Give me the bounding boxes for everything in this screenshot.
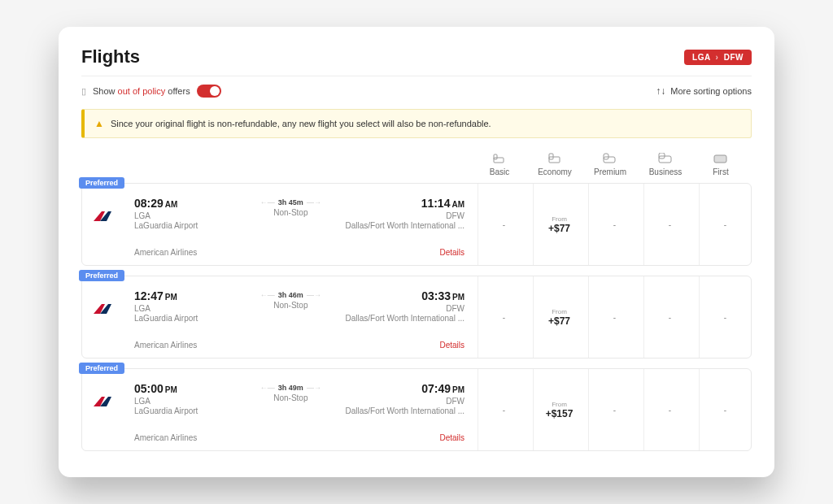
header: Flights LGA › DFW — [81, 46, 752, 76]
filter-icon: ▯ — [81, 86, 86, 97]
price-premium[interactable]: - — [588, 369, 640, 450]
alert-message: Since your original flight is non-refund… — [111, 119, 491, 128]
flight-middle: ←—3h 46m—→ Non-Stop — [247, 291, 334, 310]
svg-rect-1 — [494, 154, 497, 159]
details-link[interactable]: Details — [343, 433, 464, 442]
flight-info: 12:47PM LGA LaGuardia Airport ←—3h 46m—→… — [82, 276, 474, 358]
route-to: DFW — [724, 53, 744, 62]
fare-col-economy: Economy — [529, 153, 581, 176]
flight-card[interactable]: Preferred 05:00PM LGA LaGuardia Airport … — [81, 368, 752, 451]
svg-rect-6 — [659, 156, 671, 163]
departure-airport: LaGuardia Airport — [134, 314, 238, 323]
page-title: Flights — [81, 46, 140, 67]
airline-name: American Airlines — [134, 433, 238, 442]
departure-code: LGA — [134, 397, 238, 406]
departure-time: 08:29AM — [134, 197, 238, 210]
fare-col-basic: Basic — [473, 153, 526, 176]
details-link[interactable]: Details — [343, 248, 464, 257]
route-badge: LGA › DFW — [684, 50, 752, 65]
arrival-code: DFW — [343, 397, 464, 406]
controls-row: ▯ Show out of policy offers ↑↓ More sort… — [81, 76, 752, 109]
arrival-code: DFW — [343, 211, 464, 220]
price-first[interactable]: - — [699, 369, 751, 450]
sort-button[interactable]: ↑↓ More sorting options — [656, 85, 752, 97]
fare-col-premium: Premium — [584, 153, 636, 176]
price-premium[interactable]: - — [588, 184, 640, 265]
fare-col-business: Business — [639, 153, 691, 176]
seat-economy-icon — [547, 153, 562, 164]
flights-list: Preferred 08:29AM LGA LaGuardia Airport … — [81, 183, 752, 451]
details-link[interactable]: Details — [343, 341, 464, 350]
flight-card[interactable]: Preferred 08:29AM LGA LaGuardia Airport … — [81, 183, 752, 266]
price-first[interactable]: - — [699, 276, 751, 358]
departure-time: 12:47PM — [134, 289, 238, 302]
seat-business-icon — [658, 153, 673, 164]
arrival-time: 11:14AM — [343, 197, 464, 210]
price-economy[interactable]: From +$77 — [533, 276, 585, 358]
flight-info: 08:29AM LGA LaGuardia Airport ←—3h 45m—→… — [82, 184, 474, 265]
svg-rect-0 — [494, 158, 504, 163]
toggle-label: Show out of policy offers — [93, 86, 190, 96]
sort-label: More sorting options — [670, 86, 752, 96]
price-basic[interactable]: - — [478, 369, 530, 450]
arrival-segment: 07:49PM DFW Dallas/Fort Worth Internatio… — [343, 382, 464, 415]
departure-airport: LaGuardia Airport — [134, 221, 238, 230]
departure-time: 05:00PM — [134, 382, 238, 395]
departure-segment: 08:29AM LGA LaGuardia Airport — [134, 197, 238, 230]
flight-middle: ←—3h 49m—→ Non-Stop — [247, 384, 334, 402]
stops: Non-Stop — [247, 208, 334, 217]
warning-icon: ▲ — [94, 118, 104, 129]
seat-first-icon — [713, 153, 728, 164]
duration: 3h 45m — [278, 198, 303, 206]
airline-name: American Airlines — [134, 248, 238, 257]
price-business[interactable]: - — [643, 276, 696, 358]
price-business[interactable]: - — [643, 184, 696, 265]
arrival-airport: Dallas/Fort Worth International ... — [343, 221, 464, 230]
flight-info: 05:00PM LGA LaGuardia Airport ←—3h 49m—→… — [82, 369, 474, 450]
departure-segment: 12:47PM LGA LaGuardia Airport — [134, 289, 238, 323]
duration: 3h 46m — [278, 291, 303, 299]
duration: 3h 49m — [278, 384, 303, 392]
preferred-badge: Preferred — [79, 363, 124, 374]
seat-basic-icon — [492, 153, 507, 164]
flight-card[interactable]: Preferred 12:47PM LGA LaGuardia Airport … — [81, 276, 752, 358]
arrival-time: 03:33PM — [343, 289, 464, 302]
preferred-badge: Preferred — [79, 177, 124, 189]
price-premium[interactable]: - — [588, 276, 640, 358]
flights-panel: Flights LGA › DFW ▯ Show out of policy o… — [59, 27, 774, 477]
out-of-policy-toggle[interactable] — [197, 85, 221, 98]
price-economy[interactable]: From +$157 — [533, 369, 585, 450]
policy-toggle-group: ▯ Show out of policy offers — [81, 85, 221, 98]
arrival-code: DFW — [343, 304, 464, 313]
arrival-time: 07:49PM — [343, 382, 464, 395]
departure-airport: LaGuardia Airport — [134, 406, 238, 415]
arrival-segment: 11:14AM DFW Dallas/Fort Worth Internatio… — [343, 197, 464, 230]
arrival-airport: Dallas/Fort Worth International ... — [343, 406, 464, 415]
fare-col-first: First — [695, 153, 747, 176]
preferred-badge: Preferred — [79, 270, 124, 281]
departure-code: LGA — [134, 304, 238, 313]
airline-logo-icon — [92, 208, 115, 224]
price-business[interactable]: - — [643, 369, 696, 450]
price-basic[interactable]: - — [478, 184, 530, 265]
sort-icon: ↑↓ — [656, 85, 665, 97]
airline-logo-icon — [92, 301, 115, 317]
departure-code: LGA — [134, 211, 238, 220]
stops: Non-Stop — [247, 393, 334, 402]
departure-segment: 05:00PM LGA LaGuardia Airport — [134, 382, 238, 415]
chevron-right-icon: › — [716, 53, 719, 62]
non-refundable-alert: ▲ Since your original flight is non-refu… — [81, 109, 752, 138]
route-from: LGA — [692, 53, 710, 62]
price-basic[interactable]: - — [478, 276, 530, 358]
fare-class-header: Basic Economy Premium Business First — [81, 153, 752, 183]
airline-name: American Airlines — [134, 341, 238, 350]
arrival-airport: Dallas/Fort Worth International ... — [343, 314, 464, 323]
svg-rect-8 — [714, 155, 726, 163]
flight-middle: ←—3h 45m—→ Non-Stop — [247, 198, 334, 217]
airline-logo-icon — [92, 393, 115, 410]
price-first[interactable]: - — [699, 184, 751, 265]
arrival-segment: 03:33PM DFW Dallas/Fort Worth Internatio… — [343, 289, 464, 323]
price-economy[interactable]: From +$77 — [533, 184, 585, 265]
seat-premium-icon — [603, 153, 617, 164]
stops: Non-Stop — [247, 301, 334, 310]
